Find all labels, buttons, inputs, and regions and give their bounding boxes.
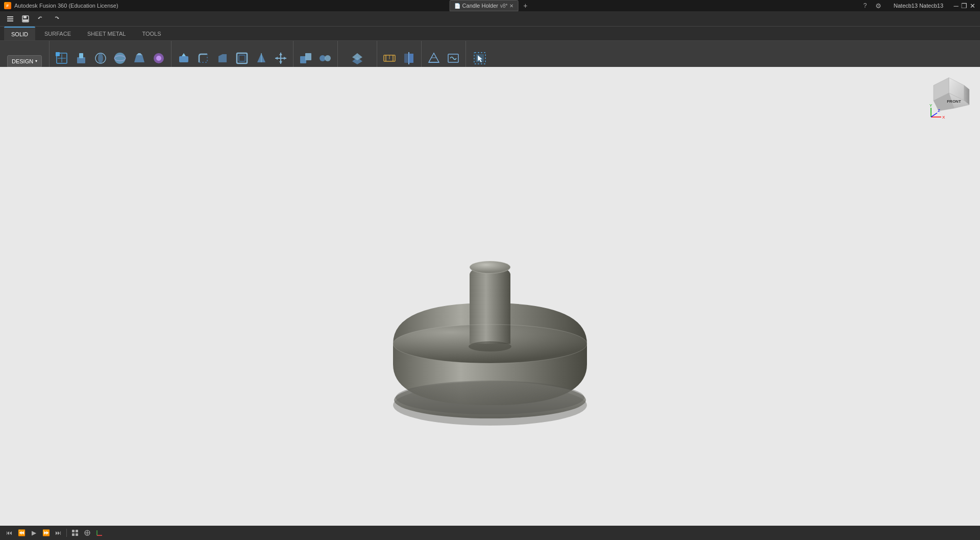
svg-point-14 xyxy=(114,53,126,64)
tab-sheet-metal[interactable]: SHEET METAL xyxy=(80,27,133,40)
step-back-button[interactable]: ⏪ xyxy=(16,528,27,538)
restore-button[interactable]: ❐ xyxy=(961,2,968,9)
titlebar-center: 📄 Candle Holder v8* ✕ + xyxy=(450,0,531,11)
svg-marker-31 xyxy=(284,57,286,60)
design-chevron-icon: ▾ xyxy=(35,59,37,63)
svg-rect-9 xyxy=(56,52,60,56)
svg-point-19 xyxy=(156,56,161,61)
user-name: Natecb13 Natecb13 xyxy=(894,3,943,9)
svg-text:X: X xyxy=(942,115,945,120)
grid-button[interactable] xyxy=(70,528,80,538)
step-forward-button[interactable]: ⏩ xyxy=(41,528,51,538)
svg-rect-73 xyxy=(76,530,78,532)
svg-marker-37 xyxy=(352,53,362,60)
save-button[interactable] xyxy=(19,13,32,25)
tab-close-button[interactable]: ✕ xyxy=(509,3,513,9)
help-icon[interactable]: ? xyxy=(859,0,871,12)
status-bar: ⏮ ⏪ ▶ ⏩ ⏭ xyxy=(0,526,980,540)
svg-point-57 xyxy=(469,341,511,351)
svg-text:Y: Y xyxy=(929,103,933,108)
svg-text:Z: Z xyxy=(938,108,940,113)
title-bar: F Autodesk Fusion 360 (Education License… xyxy=(0,0,980,11)
forward-end-button[interactable]: ⏭ xyxy=(53,528,63,538)
svg-point-13 xyxy=(98,53,103,63)
undo-button[interactable] xyxy=(35,13,47,25)
svg-marker-29 xyxy=(279,61,282,64)
play-button[interactable]: ▶ xyxy=(29,528,39,538)
svg-rect-75 xyxy=(76,533,78,536)
svg-rect-22 xyxy=(237,53,247,63)
close-button[interactable]: ✕ xyxy=(969,2,976,9)
svg-rect-20 xyxy=(179,56,188,62)
svg-rect-1 xyxy=(7,18,13,19)
svg-rect-2 xyxy=(7,20,13,21)
svg-marker-28 xyxy=(279,53,282,55)
titlebar-right: ? ⚙ Natecb13 Natecb13 ─ ❐ ✕ xyxy=(859,0,976,12)
document-version: v8* xyxy=(500,3,507,9)
quick-access-toolbar xyxy=(0,11,980,27)
svg-rect-23 xyxy=(239,55,245,61)
svg-point-55 xyxy=(396,381,584,414)
svg-marker-17 xyxy=(136,53,142,55)
design-dropdown-button[interactable]: DESIGN ▾ xyxy=(7,55,42,67)
svg-marker-30 xyxy=(275,57,278,60)
tab-bar: SOLID SURFACE SHEET METAL TOOLS xyxy=(0,27,980,41)
app-title: Autodesk Fusion 360 (Education License) xyxy=(14,3,118,9)
document-tab[interactable]: 📄 Candle Holder v8* ✕ xyxy=(450,0,519,11)
svg-rect-33 xyxy=(305,53,311,60)
statusbar-divider xyxy=(66,529,67,537)
tab-surface[interactable]: SURFACE xyxy=(37,27,78,40)
viewcube[interactable]: FRONT X Y Z xyxy=(926,75,972,121)
svg-rect-0 xyxy=(7,16,13,17)
user-account[interactable]: Natecb13 Natecb13 xyxy=(891,2,946,10)
app-icon: F xyxy=(4,2,11,9)
rewind-start-button[interactable]: ⏮ xyxy=(4,528,14,538)
svg-rect-72 xyxy=(72,530,75,532)
settings-icon[interactable]: ⚙ xyxy=(872,0,885,12)
document-tab-label: Candle Holder xyxy=(462,3,498,9)
svg-rect-11 xyxy=(79,53,83,58)
viewport[interactable]: FRONT X Y Z xyxy=(0,67,980,526)
app-menu-button[interactable] xyxy=(4,13,16,25)
svg-rect-4 xyxy=(23,16,27,18)
svg-marker-21 xyxy=(182,53,186,56)
tab-icon: 📄 xyxy=(454,3,460,9)
svg-marker-16 xyxy=(134,55,144,62)
new-tab-button[interactable]: + xyxy=(520,1,530,11)
3d-model xyxy=(362,185,618,432)
origin-button[interactable] xyxy=(94,528,105,538)
redo-button[interactable] xyxy=(50,13,62,25)
titlebar-left: F Autodesk Fusion 360 (Education License… xyxy=(4,2,118,9)
svg-rect-74 xyxy=(72,533,75,536)
design-label: DESIGN xyxy=(12,58,33,64)
svg-rect-44 xyxy=(409,54,413,63)
tab-tools[interactable]: TOOLS xyxy=(135,27,168,40)
minimize-button[interactable]: ─ xyxy=(952,2,960,9)
svg-rect-5 xyxy=(23,19,28,21)
svg-point-35 xyxy=(325,55,331,61)
snap-button[interactable] xyxy=(82,528,92,538)
svg-line-70 xyxy=(931,113,937,117)
tab-solid[interactable]: SOLID xyxy=(4,27,35,40)
svg-text:FRONT: FRONT xyxy=(947,99,961,104)
